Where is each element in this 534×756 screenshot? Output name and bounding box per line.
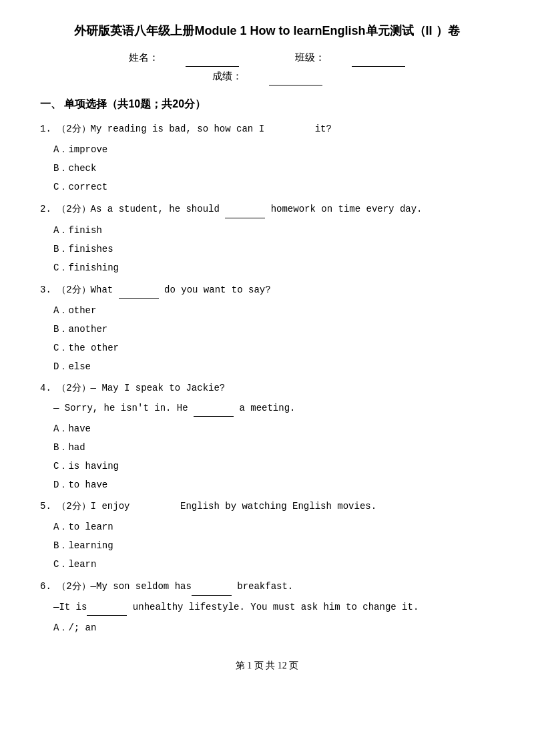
q6-content: （2分）—My son seldom has breakfast. <box>57 581 293 592</box>
q3-option-a: A．other <box>53 301 494 320</box>
q5-num: 5. <box>40 501 51 512</box>
q1-option-b: B．check <box>53 159 494 178</box>
q4-option-a: A．have <box>53 419 494 438</box>
question-4: 4. （2分）— May I speak to Jackie? — Sorry,… <box>40 380 494 494</box>
q2-option-c: C．finishing <box>53 258 494 277</box>
q2-num: 2. <box>40 204 51 214</box>
q4-option-c: C．is having <box>53 457 494 476</box>
q6-content2: —It is unhealthy lifestyle. You must ask… <box>53 602 419 612</box>
q4-option-b: B．had <box>53 438 494 457</box>
q5-content: （2分）I enjoy English by watching English … <box>57 501 376 512</box>
q4-option-d: D．to have <box>53 476 494 494</box>
question-6: 6. （2分）—My son seldom has breakfast. —It… <box>40 578 494 636</box>
q3-content: （2分）What do you want to say? <box>57 285 270 295</box>
q3-option-b: B．another <box>53 320 494 339</box>
q6-option-a: A．/; an <box>53 618 494 637</box>
q3-num: 3. <box>40 285 51 295</box>
name-label: 姓名： <box>115 48 252 67</box>
q3-option-d: D．else <box>53 357 494 376</box>
question-1-text: 1. （2分）My reading is bad, so how can I i… <box>40 121 494 138</box>
score-label: 成绩： <box>199 67 336 85</box>
q4-content: （2分）— May I speak to Jackie? <box>57 383 225 393</box>
q1-option-a: A．improve <box>53 140 494 159</box>
question-6-text2: —It is unhealthy lifestyle. You must ask… <box>53 598 494 616</box>
question-4-text: 4. （2分）— May I speak to Jackie? <box>40 380 494 397</box>
question-5-text: 5. （2分）I enjoy English by watching Engli… <box>40 498 494 515</box>
q1-option-c: C．correct <box>53 178 494 196</box>
q4-content2: — Sorry, he isn't in. He a meeting. <box>53 403 295 413</box>
question-4-text2: — Sorry, he isn't in. He a meeting. <box>53 399 494 417</box>
q4-num: 4. <box>40 383 51 393</box>
q5-option-c: C．learn <box>53 555 494 574</box>
q1-num: 1. <box>40 124 51 134</box>
question-3-text: 3. （2分）What do you want to say? <box>40 281 494 299</box>
q5-option-b: B．learning <box>53 536 494 555</box>
q5-option-a: A．to learn <box>53 518 494 536</box>
q6-num: 6. <box>40 581 51 592</box>
q2-option-b: B．finishes <box>53 240 494 258</box>
question-2: 2. （2分）As a student, he should homework … <box>40 200 494 276</box>
page-title: 外研版英语八年级上册Module 1 How to learnEnglish单元… <box>40 20 494 41</box>
question-2-text: 2. （2分）As a student, he should homework … <box>40 200 494 218</box>
q2-content: （2分）As a student, he should homework on … <box>57 204 422 214</box>
page-footer: 第 1 页 共 12 页 <box>40 657 494 674</box>
question-1: 1. （2分）My reading is bad, so how can I i… <box>40 121 494 196</box>
q2-option-a: A．finish <box>53 221 494 240</box>
info-row: 姓名： 班级： 成绩： <box>40 48 494 85</box>
question-5: 5. （2分）I enjoy English by watching Engli… <box>40 498 494 574</box>
question-6-text: 6. （2分）—My son seldom has breakfast. <box>40 578 494 595</box>
q3-option-c: C．the other <box>53 339 494 357</box>
class-label: 班级： <box>282 48 419 67</box>
question-3: 3. （2分）What do you want to say? A．other … <box>40 281 494 376</box>
q1-content: （2分）My reading is bad, so how can I it? <box>57 124 332 134</box>
section1-header: 一、 单项选择（共10题；共20分） <box>40 95 494 114</box>
